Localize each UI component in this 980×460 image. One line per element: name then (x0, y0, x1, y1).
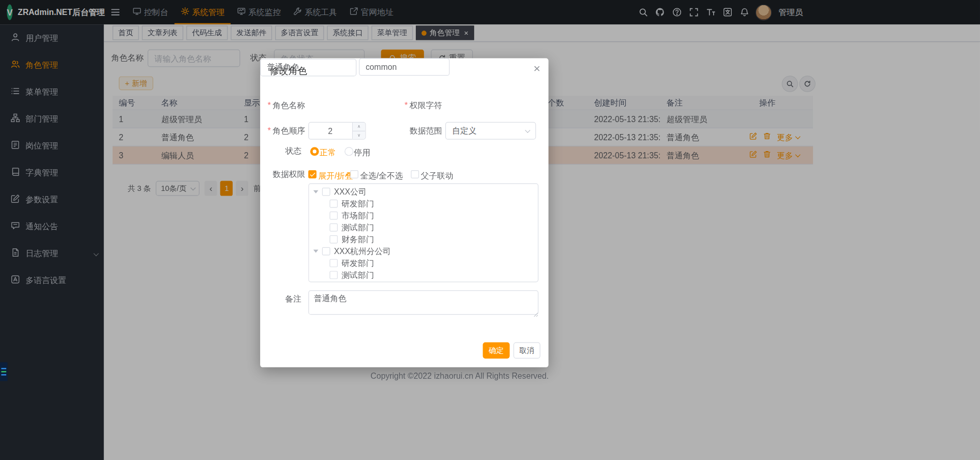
role-key-input[interactable] (359, 58, 449, 76)
role-order-stepper: ∧ ∨ (308, 122, 366, 140)
tree-checkbox[interactable] (329, 212, 338, 220)
tree-node-dept[interactable]: 财务部门 (309, 233, 538, 245)
confirm-button[interactable]: 确定 (483, 342, 510, 358)
floating-monitor-widget[interactable] (0, 362, 8, 381)
parent-child-link-label[interactable]: 父子联动 (421, 170, 454, 182)
caret-down-icon[interactable] (313, 250, 319, 253)
role-name-label: *角色名称 (260, 97, 305, 114)
resize-grip-icon[interactable] (534, 310, 539, 319)
tree-node-dept[interactable]: 研发部门 (309, 198, 538, 210)
tree-checkbox[interactable] (322, 188, 330, 196)
tree-checkbox[interactable] (329, 259, 338, 268)
cancel-button[interactable]: 取消 (514, 342, 540, 358)
tree-checkbox[interactable] (322, 247, 330, 256)
tree-node-dept[interactable]: 测试部门 (309, 269, 538, 281)
select-all-checkbox[interactable] (350, 170, 358, 179)
edit-role-dialog: 修改角色 × *角色名称 *权限字符 *角色顺序 ∧ ∨ 数据范围 自定义 状态 (260, 58, 548, 367)
status-radio-disabled[interactable] (344, 147, 353, 156)
tree-node-company[interactable]: XXX公司 (309, 186, 538, 198)
tree-checkbox[interactable] (329, 271, 338, 279)
data-scope-label: 数据范围 (392, 122, 442, 140)
status-radio-normal-label[interactable]: 正常 (320, 147, 336, 158)
select-all-label[interactable]: 全选/全不选 (360, 170, 403, 182)
stepper-up-icon[interactable]: ∧ (353, 123, 365, 131)
permission-tree: XXX公司 研发部门 市场部门 测试部门 财务部门 XXX杭州分公司 (308, 183, 538, 282)
tree-node-dept[interactable]: 市场部门 (309, 210, 538, 221)
remark-label: 备注 (260, 290, 301, 308)
tree-checkbox[interactable] (329, 235, 338, 244)
caret-down-icon[interactable] (313, 190, 319, 194)
role-order-label: *角色顺序 (260, 122, 305, 140)
screen: V ZRAdmin.NET后台管理 控制台 系统管理 系统监控 系统工具 (0, 0, 980, 460)
data-scope-select[interactable]: 自定义 (445, 122, 536, 140)
tree-checkbox[interactable] (329, 224, 338, 232)
stepper-down-icon[interactable]: ∨ (353, 131, 365, 139)
expand-collapse-checkbox[interactable] (308, 170, 316, 179)
remark-textarea[interactable]: 普通角色 (308, 290, 538, 315)
close-icon[interactable]: × (533, 62, 540, 77)
parent-child-link-checkbox[interactable] (411, 170, 419, 179)
status-label: 状态 (260, 145, 301, 158)
status-radio-disabled-label[interactable]: 停用 (354, 147, 370, 158)
tree-checkbox[interactable] (329, 200, 338, 208)
expand-collapse-label[interactable]: 展开/折叠 (319, 170, 353, 182)
tree-node-branch-company[interactable]: XXX杭州分公司 (309, 245, 538, 257)
role-key-label: *权限字符 (389, 97, 442, 114)
tree-node-dept[interactable]: 研发部门 (309, 257, 538, 269)
app-root: V ZRAdmin.NET后台管理 控制台 系统管理 系统监控 系统工具 (0, 0, 980, 460)
data-perm-label: 数据权限 (260, 168, 305, 181)
status-radio-normal[interactable] (310, 147, 319, 156)
dialog-title: 修改角色 (269, 65, 307, 77)
tree-node-dept[interactable]: 测试部门 (309, 221, 538, 233)
chevron-down-icon (525, 128, 530, 133)
